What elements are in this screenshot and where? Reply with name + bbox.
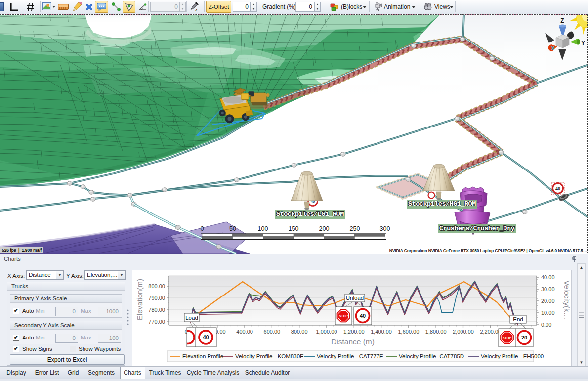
svg-text:STOP: STOP — [503, 336, 511, 339]
svg-text:40: 40 — [203, 334, 209, 340]
svg-text:400.00: 400.00 — [236, 329, 253, 335]
svg-text:10.00: 10.00 — [541, 310, 555, 316]
svg-text:STOP: STOP — [339, 314, 348, 318]
svg-text:1,000.00: 1,000.00 — [316, 329, 337, 335]
svg-text:Velocity Profile- CAT785D: Velocity Profile- CAT785D — [399, 353, 464, 359]
svg-text:Velocity(k…: Velocity(k… — [563, 280, 571, 319]
svg-text:1,200.00: 1,200.00 — [343, 329, 365, 335]
svg-text:z: z — [195, 7, 198, 12]
svg-text:Velocity Profile - EH5000: Velocity Profile - EH5000 — [481, 353, 544, 359]
svg-text:780.00: 780.00 — [148, 307, 165, 313]
svg-text:770.00: 770.00 — [148, 319, 165, 325]
svg-text:30.00: 30.00 — [541, 286, 555, 292]
svg-text:Distance (m): Distance (m) — [331, 338, 375, 346]
svg-text:Load: Load — [185, 315, 198, 321]
svg-text:790.00: 790.00 — [148, 295, 165, 301]
svg-text:800.00: 800.00 — [291, 329, 308, 335]
svg-text:2,000.00: 2,000.00 — [453, 329, 474, 335]
svg-text:40: 40 — [360, 313, 366, 319]
svg-text:Unload: Unload — [346, 295, 364, 301]
svg-text:Velocity Profile - CAT777E: Velocity Profile - CAT777E — [317, 353, 383, 359]
svg-text:20.00: 20.00 — [541, 298, 555, 304]
svg-text:20: 20 — [521, 335, 527, 340]
svg-text:End: End — [513, 316, 523, 322]
svg-text:600.00: 600.00 — [264, 329, 281, 335]
svg-text:Elevation Profile: Elevation Profile — [182, 353, 223, 359]
svg-text:40.00: 40.00 — [541, 274, 555, 280]
svg-text:0.00: 0.00 — [541, 322, 551, 328]
svg-text:1,800.00: 1,800.00 — [425, 329, 447, 335]
svg-text:Elevation(m): Elevation(m) — [135, 279, 144, 320]
svg-text:2,200.00: 2,200.00 — [480, 329, 501, 335]
svg-text:800.00: 800.00 — [148, 283, 165, 289]
svg-text:1,600.00: 1,600.00 — [398, 329, 419, 335]
svg-text:1,400.00: 1,400.00 — [371, 329, 392, 335]
svg-text:Velocity Profile - KOM830E: Velocity Profile - KOM830E — [235, 353, 304, 359]
